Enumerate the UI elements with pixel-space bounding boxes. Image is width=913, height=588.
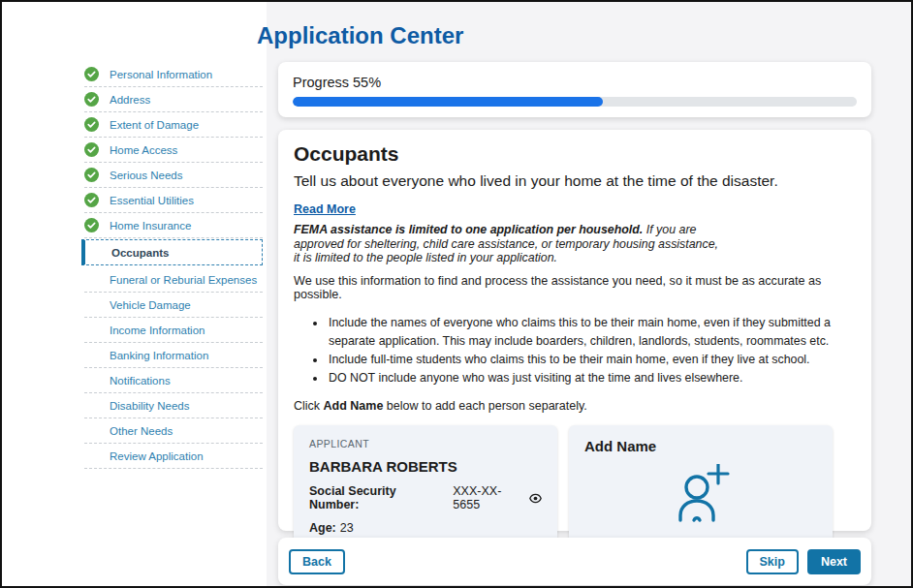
next-button[interactable]: Next [807,549,861,574]
fema-note-bold: FEMA assistance is limited to one applic… [294,223,643,236]
sidebar-item-income-information[interactable]: Income Information [84,318,263,343]
back-button[interactable]: Back [289,549,345,574]
hint-suffix: below to add each person separately. [383,399,586,413]
page-title: Application Center [257,22,463,49]
sidebar-item-address[interactable]: Address [84,87,263,112]
fema-note: FEMA assistance is limited to one applic… [294,223,856,265]
eye-icon[interactable] [529,493,542,504]
read-more-link[interactable]: Read More [294,202,356,216]
sidebar-item-notifications[interactable]: Notifications [84,368,263,393]
age-row: Age: 23 [309,521,542,535]
applicant-card: APPLICANT BARBARA ROBERTS Social Securit… [294,425,557,555]
sidebar-item-home-insurance[interactable]: Home Insurance [84,213,263,238]
nav-icon-spacer [84,423,101,438]
sidebar-item-disability-needs[interactable]: Disability Needs [84,393,263,418]
progress-card: Progress 55% [278,62,871,117]
instruction-item: DO NOT include anyone who was just visit… [327,369,856,387]
check-circle-icon [84,67,101,81]
check-circle-icon [84,92,101,107]
sidebar-item-label: Extent of Damage [110,119,199,131]
usage-note: We use this information to find and proc… [294,274,856,301]
sidebar-item-label: Home Access [110,144,177,156]
fema-note-line3: it is limited to the people listed in yo… [294,251,856,265]
instruction-item: Include the names of everyone who claims… [327,314,856,351]
check-circle-icon [84,142,101,157]
sidebar-item-funeral-or-reburial-expenses[interactable]: Funeral or Reburial Expenses [84,267,263,293]
sidebar-item-label: Address [110,94,150,106]
check-circle-icon [84,168,101,182]
progress-label: Progress 55% [293,75,857,90]
fema-note-line2: approved for sheltering, child care assi… [294,237,856,252]
sidebar-item-extent-of-damage[interactable]: Extent of Damage [84,112,263,138]
sidebar-item-label: Home Insurance [110,220,191,232]
ssn-row: Social Security Number: XXX-XX-5655 [309,484,542,511]
ssn-label: Social Security Number: [309,484,449,511]
nav-icon-spacer [84,449,101,463]
sidebar-item-label: Serious Needs [110,170,182,181]
instructions-list: Include the names of everyone who claims… [327,314,856,388]
occupants-section: Occupants Tell us about everyone who liv… [278,130,871,531]
role-label: APPLICANT [309,438,542,449]
sidebar-item-label: Other Needs [110,425,173,437]
sidebar-item-occupants-current[interactable]: Occupants [81,239,263,265]
sidebar-item-label: Funeral or Reburial Expenses [110,274,257,286]
click-add-name-hint: Click Add Name below to add each person … [294,399,856,413]
sidebar-item-banking-information[interactable]: Banking Information [84,343,263,368]
check-circle-icon [84,218,101,232]
sidebar-item-personal-information[interactable]: Personal Information [84,62,263,87]
ssn-value: XXX-XX-5655 [453,484,528,511]
skip-button[interactable]: Skip [746,549,799,574]
nav-icon-spacer [84,272,101,287]
nav-icon-spacer [84,398,101,413]
nav-icon-spacer [84,348,101,362]
sidebar-item-essential-utilities[interactable]: Essential Utilities [84,188,263,213]
sidebar-item-home-access[interactable]: Home Access [84,138,263,163]
sidebar-item-vehicle-damage[interactable]: Vehicle Damage [84,293,263,318]
nav-icon-spacer [86,245,103,260]
sidebar-item-label: Banking Information [110,350,208,361]
section-heading: Occupants [294,142,856,166]
instruction-item: Include full-time students who claims th… [327,351,856,369]
add-name-card[interactable]: Add Name [569,425,833,555]
nav-icon-spacer [84,373,101,387]
hint-bold: Add Name [324,399,384,413]
sidebar-item-serious-needs[interactable]: Serious Needs [84,163,263,188]
sidebar-item-review-application[interactable]: Review Application [84,444,263,469]
applicant-name: BARBARA ROBERTS [309,458,542,475]
hint-prefix: Click [294,399,324,413]
footer-right-actions: Skip Next [746,549,862,574]
sidebar-item-label: Occupants [111,247,169,259]
footer-bar: Back Skip Next [278,538,871,585]
sidebar-item-label: Essential Utilities [110,195,194,206]
occupant-cards-row: APPLICANT BARBARA ROBERTS Social Securit… [294,425,856,555]
sidebar-item-label: Notifications [110,375,171,387]
step-nav: Personal Information Address Extent of D… [84,62,263,469]
sidebar: Personal Information Address Extent of D… [2,2,267,586]
sidebar-item-label: Personal Information [110,69,212,80]
age-label: Age: [309,521,336,535]
sidebar-item-label: Income Information [110,325,205,336]
sidebar-item-label: Disability Needs [110,400,189,412]
check-circle-icon [84,193,101,207]
progress-bar-track [293,97,857,107]
add-person-icon [584,447,817,542]
sidebar-item-label: Review Application [110,450,204,462]
fema-note-line1: If you are [643,223,696,236]
age-value: 23 [340,521,354,535]
sidebar-item-other-needs[interactable]: Other Needs [84,418,263,444]
sidebar-item-label: Vehicle Damage [110,299,191,311]
application-center-page: Personal Information Address Extent of D… [0,0,913,588]
nav-icon-spacer [84,323,101,337]
section-subtitle: Tell us about everyone who lived in your… [294,172,856,190]
nav-icon-spacer [84,297,101,312]
check-circle-icon [84,117,101,132]
progress-bar-fill [293,97,603,107]
